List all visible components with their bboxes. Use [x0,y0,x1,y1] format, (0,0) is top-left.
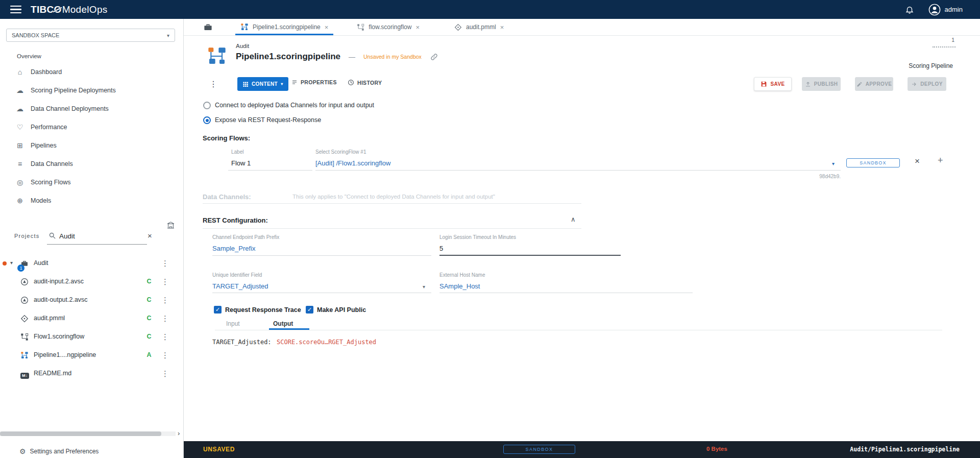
step-counter: 1 [951,37,954,43]
history-tab[interactable]: HISTORY [348,79,382,86]
deploy-button[interactable]: DEPLOY [908,77,946,91]
tab-pipeline1-scoringpipeline[interactable]: Pipeline1.scoringpipeline × [235,19,333,35]
flow-label-field-label: Label [231,149,243,155]
remove-flow-icon[interactable]: × [915,156,920,166]
notifications-bell-icon[interactable] [905,5,914,15]
pmml-file-icon [454,23,462,31]
close-tab-icon[interactable]: × [325,23,329,31]
output-mapping-value[interactable]: SCORE.scoreOu…RGET_Adjusted [277,339,376,346]
row-menu-icon[interactable]: ⋮ [161,369,168,378]
unsaved-status-label: Unsaved in my Sandbox [363,54,422,60]
title-separator: — [349,53,355,61]
publish-button-label: PUBLISH [814,81,838,87]
topbar-right: admin [905,4,970,16]
data-channels-icon: ≡ [15,160,24,168]
scrollbar-right-arrow-icon[interactable]: › [178,429,180,437]
row-menu-icon[interactable]: ⋮ [161,296,168,305]
endpoint-prefix-input[interactable] [212,245,427,252]
row-menu-icon[interactable]: ⋮ [161,259,168,268]
properties-tab[interactable]: PROPERTIES [291,79,337,85]
unique-identifier-value[interactable]: TARGET_Adjusted [212,282,268,290]
content-button[interactable]: CONTENT ▾ [237,77,288,91]
approve-button[interactable]: APPROVE [855,77,893,91]
hamburger-menu-icon[interactable] [10,6,21,14]
sidebar-item-data-channel-deployments[interactable]: ☁ Data Channel Deployments [0,100,183,118]
data-channel-deployments-icon: ☁ [15,105,24,113]
radio-rest-request-response[interactable] [203,116,211,124]
close-tab-icon[interactable]: × [500,23,504,31]
project-row-audit[interactable]: ▾ 1 Audit ⋮ [0,254,183,273]
row-menu-icon[interactable]: ⋮ [161,277,168,286]
tab-flow-scoringflow[interactable]: flow.scoringflow × [352,19,425,35]
scrollbar-thumb[interactable] [0,431,161,436]
sidebar-item-performance[interactable]: ♡ Performance [0,118,183,136]
link-icon[interactable] [430,53,438,61]
logo-slashed-o: O [54,4,62,15]
row-menu-icon[interactable]: ⋮ [161,332,168,342]
add-flow-icon[interactable]: + [938,155,943,166]
chevron-down-icon[interactable]: ▾ [832,161,835,166]
project-import-icon[interactable] [166,221,175,229]
flow-select-value[interactable]: [Audit] /Flow1.scoringflow [315,159,390,167]
request-response-trace-checkbox[interactable]: ✓ [214,306,222,314]
radio-data-channels[interactable] [203,102,211,109]
sidebar-horizontal-scrollbar[interactable] [0,431,176,436]
breadcrumb-project: Audit [236,43,249,49]
space-selector[interactable]: SANDBOX SPACE ▾ [6,29,175,42]
sidebar-item-scoring-flows[interactable]: ◎ Scoring Flows [0,173,183,191]
sidebar-item-pipelines[interactable]: ⊞ Pipelines [0,136,183,155]
scoringflow-file-icon [20,333,29,341]
sandbox-status-badge[interactable]: SANDBOX [503,445,575,454]
tree-expand-caret-icon[interactable]: ▾ [10,260,13,266]
row-menu-icon[interactable]: ⋮ [161,351,168,360]
file-row-audit-output[interactable]: audit-output.2.avsc C ⋮ [0,291,183,309]
file-row-readme[interactable]: M↓ README.md ⋮ [0,365,183,383]
flow-select-underline [315,170,841,171]
tab-input[interactable]: Input [226,320,240,327]
overview-section-label: Overview [17,53,41,59]
sidebar-item-data-channels[interactable]: ≡ Data Channels [0,155,183,173]
file-status-badge: C [145,278,153,285]
scoring-flows-icon: ◎ [15,178,24,186]
unique-identifier-underline [212,293,431,293]
chevron-down-icon: ▾ [281,82,283,86]
file-row-audit-input[interactable]: audit-input.2.avsc C ⋮ [0,273,183,291]
approve-button-label: APPROVE [866,81,892,87]
user-menu[interactable]: admin [928,4,963,16]
tab-output[interactable]: Output [273,320,293,327]
file-row-flow1-scoringflow[interactable]: Flow1.scoringflow C ⋮ [0,328,183,346]
main-area: Pipeline1.scoringpipeline × flow.scoring… [184,19,980,458]
sidebar-item-scoring-pipeline-deployments[interactable]: ☁ Scoring Pipeline Deployments [0,81,183,100]
sidebar-item-label: Models [31,197,51,204]
external-host-input[interactable] [439,282,684,290]
make-api-public-checkbox[interactable]: ✓ [306,306,313,314]
endpoint-prefix-underline [212,255,431,256]
sidebar-item-label: Data Channel Deployments [31,105,109,112]
collapse-section-icon[interactable]: ∧ [571,215,576,223]
clear-search-icon[interactable]: × [148,231,152,240]
close-tab-icon[interactable]: × [415,23,420,31]
settings-and-preferences[interactable]: ⚙ Settings and Preferences [0,444,183,458]
deploy-arrow-icon [911,81,917,87]
flow-label-input[interactable] [231,159,308,167]
row-menu-icon[interactable]: ⋮ [161,314,168,323]
more-actions-icon[interactable]: ⋮ [209,79,217,89]
data-channels-note: This only applies to "Connect to deploye… [292,194,495,200]
tab-audit-pmml[interactable]: audit.pmml × [449,19,509,35]
save-button[interactable]: SAVE [754,77,792,91]
document-type-label: Scoring Pipeline [909,62,953,69]
project-name: Audit [34,259,48,267]
make-api-public-label: Make API Public [317,306,366,314]
file-row-pipeline1[interactable]: Pipeline1....ngpipeline A ⋮ [0,346,183,365]
workspace-home-tab[interactable] [198,19,218,35]
session-timeout-input[interactable] [439,245,616,252]
publish-button[interactable]: PUBLISH [802,77,841,91]
sidebar-item-models[interactable]: ⊕ Models [0,191,183,210]
sidebar-item-dashboard[interactable]: ⌂ Dashboard [0,63,183,81]
scoring-flows-heading: Scoring Flows: [203,134,250,142]
flow-version-hash: 98d42b9. [771,174,841,179]
clock-icon [348,79,354,86]
project-search-input[interactable] [59,230,133,242]
file-row-audit-pmml[interactable]: audit.pmml C ⋮ [0,309,183,328]
chevron-down-icon[interactable]: ▾ [423,284,425,290]
